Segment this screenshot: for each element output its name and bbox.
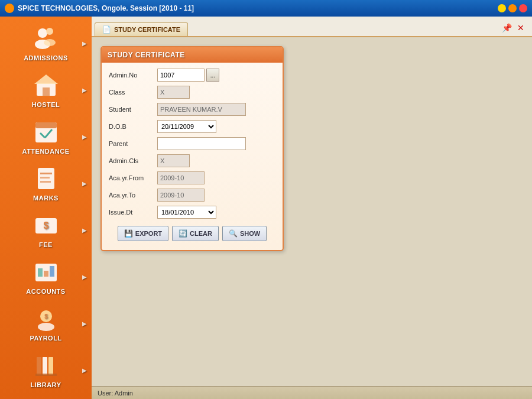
- tab-icon: 📄: [102, 25, 111, 34]
- export-label: EXPORT: [135, 230, 162, 237]
- student-input: [157, 103, 246, 116]
- hostel-icon: [32, 71, 60, 99]
- svg-rect-18: [38, 268, 43, 277]
- student-label: Student: [109, 106, 157, 113]
- aca-yr-from-row: Aca.yr.From: [109, 171, 275, 184]
- parent-label: Parent: [109, 140, 157, 147]
- hostel-arrow: ▶: [82, 86, 87, 93]
- show-button[interactable]: 🔍 SHOW: [222, 226, 267, 241]
- issue-dt-label: Issue.Dt: [109, 209, 157, 216]
- maximize-button[interactable]: [508, 4, 517, 12]
- accounts-label: ACCOUNTS: [26, 288, 65, 295]
- accounts-icon: [32, 258, 60, 286]
- title-text: SPICE TECHNOLOGIES, Ongole. Session [201…: [18, 4, 194, 12]
- sidebar-item-fee[interactable]: $ FEE ▶: [0, 206, 92, 253]
- title-bar: SPICE TECHNOLOGIES, Ongole. Session [201…: [0, 0, 532, 17]
- payroll-label: PAYROLL: [30, 335, 61, 342]
- export-icon: 💾: [124, 229, 133, 238]
- aca-yr-from-input: [157, 171, 205, 184]
- sidebar-item-admissions[interactable]: ADMISSIONS ▶: [0, 20, 92, 66]
- marks-icon: [32, 164, 60, 193]
- minimize-button[interactable]: [498, 4, 506, 12]
- aca-yr-to-input: [157, 189, 205, 202]
- marks-label: MARKS: [33, 194, 59, 202]
- sidebar-item-stores[interactable]: STORES ▶: [0, 393, 92, 399]
- clear-label: CLEAR: [190, 230, 212, 237]
- content-area: 📄 STUDY CERTIFICATE 📌 ✕ STUDY CERTIFICAT…: [92, 17, 532, 399]
- admissions-label: ADMISSIONS: [24, 54, 68, 61]
- study-certificate-form: STUDY CERTIFICATE Admin.No ... Class: [100, 46, 284, 251]
- window-controls: [498, 4, 527, 12]
- svg-rect-19: [44, 271, 48, 277]
- svg-point-1: [46, 28, 53, 35]
- admin-cls-label: Admin.Cls: [109, 157, 157, 164]
- admin-no-label: Admin.No: [109, 72, 157, 79]
- class-input: [157, 86, 190, 99]
- content-icons: 📌 ✕: [498, 20, 529, 36]
- accounts-arrow: ▶: [82, 273, 87, 280]
- svg-rect-25: [43, 357, 47, 375]
- admin-cls-row: Admin.Cls: [109, 154, 275, 167]
- tab-study-certificate[interactable]: 📄 STUDY CERTIFICATE: [95, 22, 188, 36]
- admin-no-input[interactable]: [157, 69, 205, 82]
- clear-button[interactable]: 🔄 CLEAR: [172, 226, 219, 241]
- svg-rect-13: [40, 177, 50, 179]
- svg-rect-12: [40, 173, 52, 174]
- issue-dt-select[interactable]: 18/01/2010: [157, 206, 216, 219]
- sidebar-item-attendance[interactable]: ATTENDANCE ▶: [0, 113, 92, 160]
- admin-cls-input: [157, 154, 190, 167]
- main-content: STUDY CERTIFICATE Admin.No ... Class: [92, 37, 532, 386]
- svg-point-0: [38, 28, 47, 38]
- svg-text:$: $: [44, 313, 48, 320]
- close-content-icon[interactable]: ✕: [515, 22, 527, 34]
- parent-row: Parent: [109, 137, 275, 150]
- attendance-label: ATTENDANCE: [22, 148, 70, 155]
- sidebar-item-marks[interactable]: MARKS ▶: [0, 160, 92, 206]
- dob-select[interactable]: 20/11/2009: [157, 120, 216, 133]
- marks-arrow: ▶: [82, 180, 87, 186]
- svg-rect-6: [43, 87, 50, 96]
- library-label: LIBRARY: [31, 381, 61, 388]
- pin-icon[interactable]: 📌: [501, 22, 512, 34]
- show-icon: 🔍: [229, 229, 238, 238]
- aca-yr-to-label: Aca.yr.To: [109, 192, 157, 199]
- dob-label: D.O.B: [109, 123, 157, 130]
- sidebar-item-hostel[interactable]: HOSTEL ▶: [0, 66, 92, 113]
- student-row: Student: [109, 103, 275, 116]
- form-body: Admin.No ... Class Student: [102, 63, 283, 219]
- admissions-icon: [32, 24, 60, 53]
- parent-input[interactable]: [157, 137, 246, 150]
- sidebar-item-library[interactable]: LIBRARY ▶: [0, 346, 92, 393]
- svg-rect-27: [35, 374, 57, 376]
- app-icon: [5, 4, 14, 13]
- fee-icon: $: [32, 211, 60, 239]
- sidebar-item-accounts[interactable]: ACCOUNTS ▶: [0, 253, 92, 300]
- library-icon: [32, 351, 60, 379]
- svg-rect-8: [35, 122, 57, 128]
- export-button[interactable]: 💾 EXPORT: [118, 226, 168, 241]
- browse-button[interactable]: ...: [206, 69, 219, 82]
- attendance-arrow: ▶: [82, 133, 87, 140]
- clear-icon: 🔄: [179, 229, 187, 238]
- sidebar: ADMISSIONS ▶ HOSTEL ▶ ATTENDANCE ▶: [0, 17, 92, 399]
- svg-rect-26: [48, 357, 53, 375]
- show-label: SHOW: [240, 230, 260, 237]
- aca-yr-to-row: Aca.yr.To: [109, 189, 275, 202]
- sidebar-item-payroll[interactable]: $ PAYROLL ▶: [0, 300, 92, 346]
- tab-label: STUDY CERTIFICATE: [114, 26, 180, 33]
- svg-rect-20: [50, 266, 54, 277]
- payroll-icon: $: [32, 304, 60, 333]
- svg-text:$: $: [43, 220, 48, 231]
- close-button[interactable]: [519, 4, 527, 12]
- fee-arrow: ▶: [82, 226, 87, 233]
- svg-point-22: [38, 323, 54, 331]
- class-row: Class: [109, 86, 275, 99]
- user-status: User: Admin: [98, 390, 133, 397]
- payroll-arrow: ▶: [82, 320, 87, 326]
- aca-yr-from-label: Aca.yr.From: [109, 174, 157, 181]
- status-bar: User: Admin: [92, 386, 532, 399]
- fee-label: FEE: [39, 241, 53, 248]
- issue-dt-row: Issue.Dt 18/01/2010: [109, 206, 275, 219]
- svg-point-3: [44, 39, 56, 46]
- svg-marker-5: [34, 74, 58, 84]
